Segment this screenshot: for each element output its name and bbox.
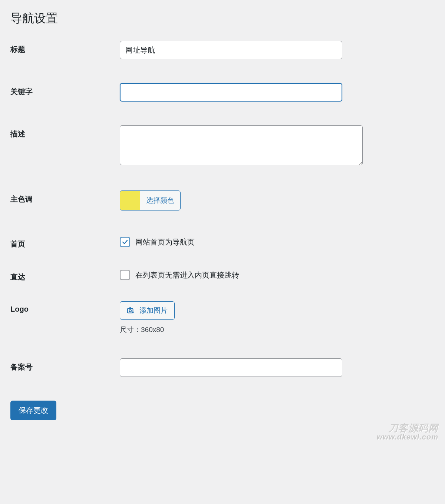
color-picker[interactable]: 选择颜色 [120, 190, 181, 210]
keywords-input[interactable] [120, 83, 342, 102]
svg-point-1 [129, 310, 131, 312]
add-image-label: 添加图片 [139, 306, 168, 315]
label-description: 描述 [10, 125, 120, 139]
watermark-line2: www.dkewl.com [376, 433, 438, 441]
label-icp: 备案号 [10, 358, 120, 372]
icp-input[interactable] [120, 358, 342, 377]
homepage-option-label: 网站首页为导航页 [135, 237, 195, 247]
page-title: 导航设置 [10, 10, 435, 27]
color-swatch [120, 191, 140, 210]
description-textarea[interactable] [120, 125, 363, 165]
label-color: 主色调 [10, 190, 120, 204]
direct-option-label: 在列表页无需进入内页直接跳转 [135, 270, 239, 280]
camera-icon [127, 306, 135, 315]
label-logo: Logo [10, 301, 120, 314]
homepage-checkbox[interactable] [120, 237, 130, 247]
label-keywords: 关键字 [10, 83, 120, 97]
save-button[interactable]: 保存更改 [10, 401, 56, 420]
check-icon [122, 239, 128, 245]
add-image-button[interactable]: 添加图片 [120, 301, 175, 320]
color-picker-label: 选择颜色 [140, 191, 180, 210]
watermark-line1: 刀客源码网 [376, 423, 438, 433]
logo-hint: 尺寸：360x80 [120, 325, 435, 335]
direct-checkbox[interactable] [120, 270, 130, 280]
label-direct: 直达 [10, 268, 120, 282]
title-input[interactable] [120, 41, 342, 59]
watermark: 刀客源码网 www.dkewl.com [376, 423, 438, 441]
label-homepage: 首页 [10, 235, 120, 249]
label-title: 标题 [10, 41, 120, 54]
